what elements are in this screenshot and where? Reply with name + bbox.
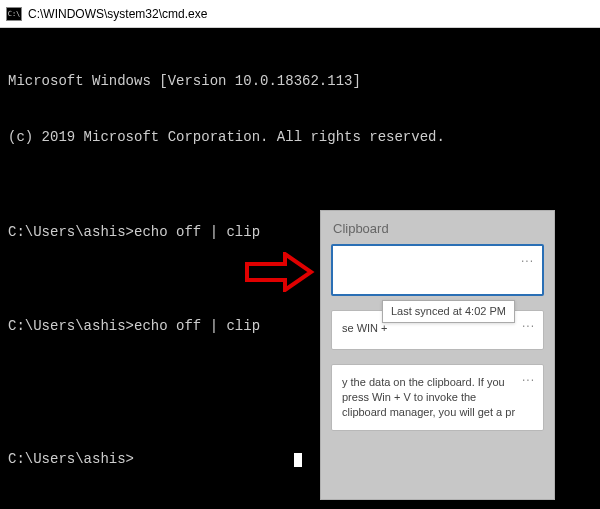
sync-tooltip: Last synced at 4:02 PM	[382, 300, 515, 323]
clipboard-item-text: y the data on the clipboard. If you pres…	[342, 376, 515, 418]
more-icon[interactable]: ...	[521, 252, 534, 264]
clipboard-item[interactable]: ...	[331, 244, 544, 296]
clipboard-item[interactable]: y the data on the clipboard. If you pres…	[331, 364, 544, 431]
clipboard-panel: Clipboard ... Last synced at 4:02 PM se …	[320, 210, 555, 500]
window-titlebar: C:\ C:\WINDOWS\system32\cmd.exe	[0, 0, 600, 28]
terminal-line: Microsoft Windows [Version 10.0.18362.11…	[8, 72, 592, 91]
clipboard-title: Clipboard	[331, 221, 544, 236]
clipboard-item[interactable]: Last synced at 4:02 PM se WIN + ...	[331, 310, 544, 350]
terminal-prompt: C:\Users\ashis>	[8, 451, 134, 467]
more-icon[interactable]: ...	[522, 317, 535, 329]
terminal-line: (c) 2019 Microsoft Corporation. All righ…	[8, 128, 592, 147]
clipboard-item-text: se WIN +	[342, 322, 388, 334]
cmd-icon: C:\	[6, 7, 22, 21]
cursor	[294, 453, 302, 467]
more-icon[interactable]: ...	[522, 371, 535, 383]
window-title: C:\WINDOWS\system32\cmd.exe	[28, 7, 207, 21]
